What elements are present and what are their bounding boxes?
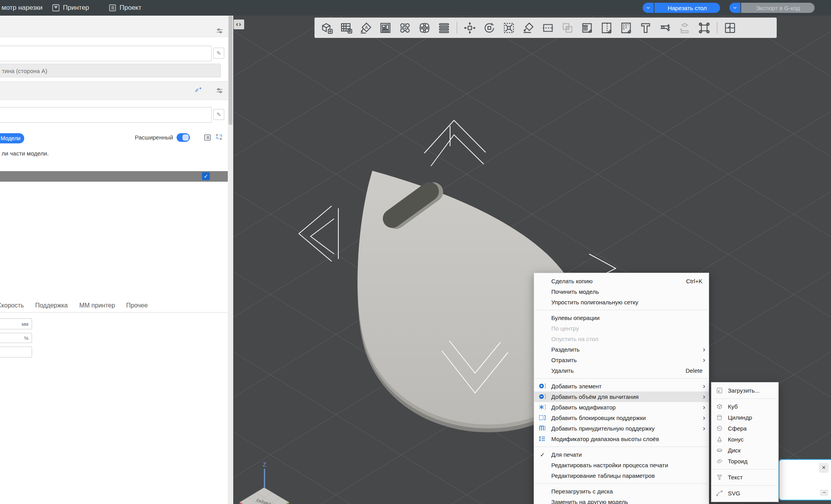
measure-icon[interactable]: [658, 21, 672, 35]
fill-plate-icon[interactable]: [398, 21, 412, 35]
load-file-icon: [716, 387, 724, 395]
minimize-icon[interactable]: −: [820, 490, 828, 496]
add-filament-icon[interactable]: [194, 86, 202, 96]
lay-flat-icon[interactable]: [522, 21, 535, 35]
advanced-toggle[interactable]: [177, 133, 190, 142]
pencil-icon: ✎: [216, 111, 221, 118]
models-tab-badge[interactable]: Модели: [0, 133, 24, 143]
scale-icon[interactable]: [502, 21, 516, 35]
menu-item-copy[interactable]: Сделать копиюCtrl+K: [534, 276, 709, 286]
text-shape-icon: [716, 474, 724, 481]
shortcut: Ctrl+K: [686, 276, 702, 286]
export-gcode-button[interactable]: Экспорт в G-код: [741, 3, 815, 13]
tab-other[interactable]: Прочее: [126, 302, 148, 309]
menu-item-add-negative-volume[interactable]: Добавить объём для вычитания›: [534, 391, 709, 402]
menu-item-printable[interactable]: ✓ Для печати: [534, 449, 709, 460]
toolbar-separator: [457, 22, 457, 34]
arrange-icon[interactable]: [379, 21, 392, 35]
move-icon[interactable]: [463, 21, 477, 35]
submenu-item-torus[interactable]: Тороид: [711, 456, 778, 467]
menu-separator: [534, 483, 708, 484]
submenu-item-text[interactable]: Текст: [711, 472, 778, 483]
setting-mm-field[interactable]: мм: [0, 318, 32, 329]
menu-item-delete[interactable]: УдалитьDelete: [534, 365, 709, 376]
filament-preset-input[interactable]: [0, 107, 212, 123]
text-tool-icon[interactable]: [639, 21, 652, 35]
variable-layer-icon[interactable]: [437, 21, 451, 35]
negative-part-icon: [538, 393, 546, 400]
submenu-item-cube[interactable]: Куб: [711, 401, 778, 412]
menu-item-fix-model[interactable]: Починить модель: [534, 286, 709, 297]
disk-icon: [716, 447, 724, 454]
slice-plate-button[interactable]: Нарезать стол: [654, 3, 720, 13]
menu-item-replace-with-model[interactable]: Заменить на другую модель: [534, 497, 709, 504]
app-window: мотр нарезки Принтер Проект Нарезать сто…: [0, 0, 831, 504]
printer-settings-icon[interactable]: [216, 27, 223, 36]
close-icon[interactable]: ×: [819, 463, 829, 473]
svg-text:А: А: [216, 133, 218, 137]
tab-support[interactable]: Поддержка: [35, 302, 68, 309]
viewport-toolbar: A: [315, 18, 777, 38]
menu-item-mirror[interactable]: Отразить›: [534, 355, 709, 365]
add-plate-icon[interactable]: [340, 21, 353, 35]
submenu-arrow-icon: ›: [703, 344, 705, 355]
menu-item-split[interactable]: Разделить›: [534, 344, 709, 355]
selected-object-row[interactable]: ✓: [0, 171, 228, 182]
scrollbar-thumb[interactable]: [229, 16, 232, 125]
cut-icon[interactable]: [541, 21, 555, 35]
tab-printer[interactable]: Принтер: [63, 0, 89, 16]
submenu-item-load[interactable]: Загрузить...: [711, 385, 778, 396]
fixture-icon[interactable]: [697, 21, 711, 35]
submenu-item-sphere[interactable]: Сфера: [711, 423, 778, 434]
edit-filament-button[interactable]: ✎: [213, 109, 224, 120]
split-plate-icon[interactable]: [418, 21, 431, 35]
tabs-divider: [0, 312, 228, 313]
split-objects-icon[interactable]: [723, 21, 737, 35]
edit-printer-button[interactable]: ✎: [213, 48, 224, 59]
object-list-icon[interactable]: [204, 134, 211, 143]
setting-percent-field[interactable]: %: [0, 333, 32, 343]
rotate-icon[interactable]: [483, 21, 496, 35]
assembly-view-icon[interactable]: [678, 21, 692, 35]
submenu-item-svg[interactable]: SVG: [711, 488, 778, 499]
support-paint-icon[interactable]: [580, 21, 594, 35]
seam-paint-icon[interactable]: [600, 21, 613, 35]
tab-speed[interactable]: Скорость: [0, 302, 24, 309]
menu-item-boolean-ops[interactable]: Булевы операции: [534, 313, 709, 323]
slice-dropdown-button[interactable]: [643, 3, 654, 13]
sidebar-scrollbar: [228, 16, 233, 504]
menu-item-edit-process-settings[interactable]: Редактировать настройки процесса печати: [534, 460, 709, 470]
printer-preset-input[interactable]: [0, 46, 212, 61]
submenu-item-disk[interactable]: Диск: [711, 445, 778, 456]
shape-submenu: Загрузить... Куб Цилиндр Сфера Конус Дис…: [711, 382, 779, 502]
submenu-item-cone[interactable]: Конус: [711, 434, 778, 445]
menu-item-add-support-enforcer[interactable]: Добавить принудительную поддержку›: [534, 423, 709, 434]
menu-item-edit-parameter-table[interactable]: Редактирование таблицы параметров: [534, 470, 709, 481]
context-menu: Сделать копиюCtrl+K Починить модель Упро…: [534, 273, 709, 504]
mesh-boolean-icon[interactable]: [561, 21, 574, 35]
plate-type-field[interactable]: тина (сторона А): [0, 64, 221, 77]
tab-project[interactable]: Проект: [120, 0, 141, 16]
setting-empty-field[interactable]: [0, 347, 32, 357]
add-object-icon[interactable]: [320, 21, 334, 35]
printer-section-header: [0, 16, 228, 37]
menu-item-add-modifier[interactable]: Добавить модификатор›: [534, 402, 709, 413]
menu-item-add-part[interactable]: Добавить элемент›: [534, 381, 709, 391]
export-dropdown-button[interactable]: [729, 3, 740, 13]
object-checkbox[interactable]: ✓: [202, 172, 210, 180]
collapse-sidebar-button[interactable]: ‹›: [234, 20, 244, 29]
tab-mm-printer[interactable]: ММ принтер: [79, 302, 115, 309]
fuzzy-skin-icon[interactable]: [619, 21, 633, 35]
menu-item-simplify-mesh[interactable]: Упростить полигональную сетку: [534, 297, 709, 307]
toolbar-separator: [717, 22, 717, 34]
support-enforcer-icon: [538, 424, 546, 432]
view-cube[interactable]: Z Сверху: [239, 461, 289, 504]
auto-orient-icon[interactable]: A: [359, 21, 373, 35]
swap-ab-icon[interactable]: А В: [215, 133, 223, 142]
menu-item-reload-from-disk[interactable]: Перезагрузить с диска: [534, 486, 709, 497]
submenu-item-cylinder[interactable]: Цилиндр: [711, 412, 778, 423]
menu-item-height-range-modifier[interactable]: Модификатор диапазона высоты слоёв: [534, 434, 709, 444]
tab-slice-preview[interactable]: мотр нарезки: [2, 0, 43, 16]
menu-item-add-support-blocker[interactable]: Добавить блокировщик поддержки›: [534, 413, 709, 423]
filament-settings-icon[interactable]: [216, 87, 223, 96]
